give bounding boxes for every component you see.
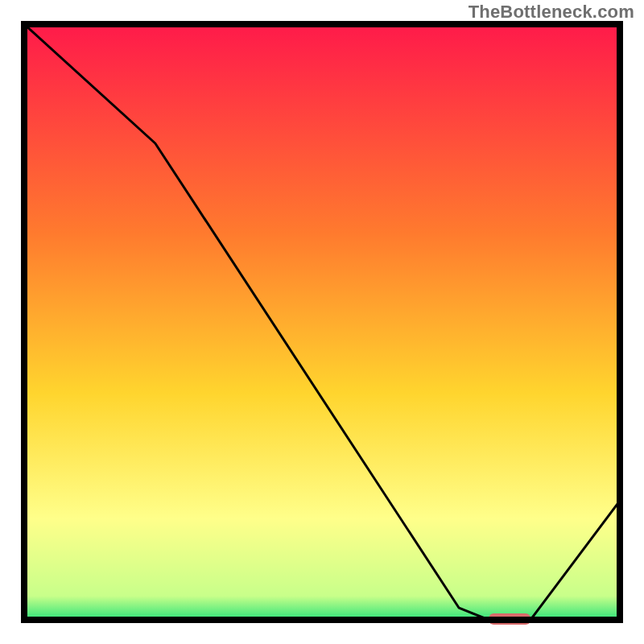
bottleneck-chart <box>0 0 644 644</box>
chart-container: TheBottleneck.com <box>0 0 644 644</box>
gradient-background <box>24 24 620 620</box>
